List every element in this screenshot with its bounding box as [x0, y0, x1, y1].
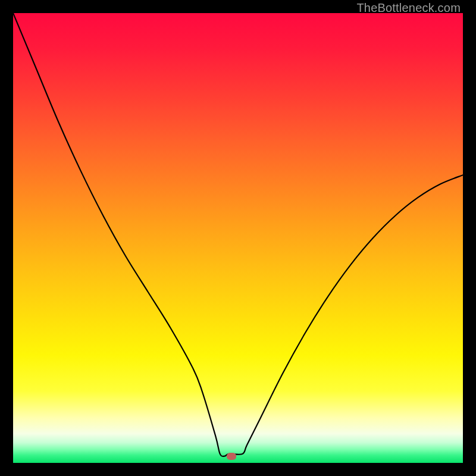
- bottleneck-curve: [13, 13, 463, 463]
- watermark-text: TheBottleneck.com: [356, 1, 461, 15]
- curve-path: [13, 13, 463, 456]
- optimal-point-marker: [227, 453, 236, 460]
- chart-frame: TheBottleneck.com: [0, 0, 476, 476]
- plot-area: [13, 13, 463, 463]
